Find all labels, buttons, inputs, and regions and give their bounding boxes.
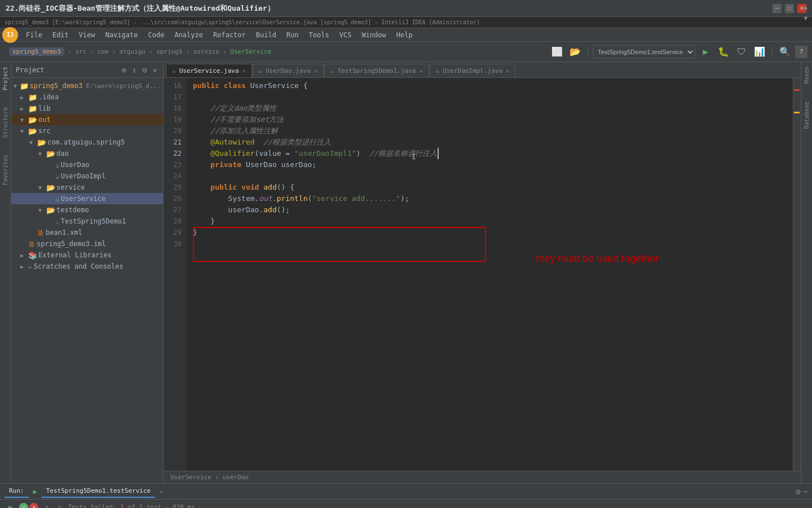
app-logo[interactable]: IJ xyxy=(2,27,18,43)
test-tab-icon: ☕ xyxy=(330,67,334,75)
tree-lib[interactable]: ▶ 📁 lib xyxy=(11,103,163,114)
menu-window[interactable]: Window xyxy=(357,30,390,40)
run-restart-button[interactable]: ▶ xyxy=(5,501,17,509)
run-tab-close[interactable]: ✕ xyxy=(160,488,163,494)
test-passed-button[interactable]: ✓ xyxy=(19,503,28,509)
code-line-28: } xyxy=(193,216,793,227)
maven-tab[interactable]: Maven xyxy=(802,64,811,86)
testdemo-folder-icon: 📂 xyxy=(46,206,55,214)
code-content[interactable]: public class UserService { //定义dao类型属性 /… xyxy=(186,78,793,471)
tree-dao[interactable]: ▼ 📂 dao xyxy=(11,148,163,159)
tree-root[interactable]: ▼ 📁 spring5_demo3 E:\work\spring5_d... xyxy=(11,80,163,91)
tree-src-label: src xyxy=(38,127,51,135)
breadcrumb-src[interactable]: src xyxy=(75,48,86,55)
tab-userdaoimpl[interactable]: ☕ UserDaoImpl.java ✕ xyxy=(430,64,516,77)
run-config-select[interactable]: TestSpring5Demo1.testService xyxy=(593,45,695,59)
code-line-21: @Autowired //根据类型进行注入 xyxy=(193,137,793,148)
menu-tools[interactable]: Tools xyxy=(304,30,334,40)
line-num-20: 20 xyxy=(164,125,182,137)
project-add-button[interactable]: ⊕ xyxy=(120,64,127,76)
project-close-button[interactable]: ✕ xyxy=(152,64,158,76)
scrollbar-right[interactable] xyxy=(793,78,801,471)
tree-testdemo[interactable]: ▼ 📂 testdemo xyxy=(11,204,163,216)
breadcrumb-userservice[interactable]: UserService xyxy=(230,48,271,55)
toolbar-sep2 xyxy=(772,46,773,58)
code-editor[interactable]: they must be used together 16 17 18 19 2… xyxy=(164,78,801,471)
structure-tab[interactable]: Structure xyxy=(1,105,10,140)
menu-run[interactable]: Run xyxy=(282,30,303,40)
userdaoimpl-tab-close[interactable]: ✕ xyxy=(506,68,509,74)
tree-src[interactable]: ▼ 📂 src xyxy=(11,125,163,137)
code-line-29: } xyxy=(193,227,793,238)
tab-userservice[interactable]: ☕ UserService.java ✕ xyxy=(166,64,252,77)
project-sync-button[interactable]: ↕ xyxy=(131,64,138,76)
debug-button[interactable]: 🐛 xyxy=(716,44,731,60)
tree-userservice[interactable]: ▶ ☕ UserService xyxy=(11,193,163,204)
tree-userdaoimpl[interactable]: ▶ ☕ UserDaoImpl xyxy=(11,170,163,182)
top-toolbar: spring5_demo3 › src › com › atguigu › sp… xyxy=(0,42,812,62)
tree-package[interactable]: ▼ 📂 com.atguigu.spring5 xyxy=(11,137,163,148)
tree-external-libs[interactable]: ▶ 📚 External Libraries xyxy=(11,249,163,261)
userdao-tab-close[interactable]: ✕ xyxy=(314,68,317,74)
tree-scratches[interactable]: ▶ ✏ Scratches and Consoles xyxy=(11,261,163,272)
menu-analyze[interactable]: Analyze xyxy=(170,30,208,40)
run-tab-icon: ▶ xyxy=(33,488,37,496)
project-tab[interactable]: Project xyxy=(1,64,10,93)
menu-code[interactable]: Code xyxy=(144,30,169,40)
breadcrumb-service[interactable]: service xyxy=(193,48,219,55)
tree-bean1xml[interactable]: ▶ 🗎 bean1.xml xyxy=(11,227,163,238)
project-tree: ▼ 📁 spring5_demo3 E:\work\spring5_d... ▶… xyxy=(11,78,163,483)
testspring5-tab-close[interactable]: ✕ xyxy=(419,68,422,74)
help-button[interactable]: ? xyxy=(795,46,807,58)
profiler-button[interactable]: 📊 xyxy=(752,44,767,60)
menu-navigate[interactable]: Navigate xyxy=(101,30,143,40)
breadcrumb-spring5[interactable]: spring5 xyxy=(156,48,182,55)
tree-iml[interactable]: ▶ 🗎 spring5_demo3.iml xyxy=(11,238,163,249)
run-button[interactable]: ▶ xyxy=(698,44,713,60)
tab-testspring5[interactable]: ☕ TestSpring5Demo1.java ✕ xyxy=(324,64,429,77)
maximize-button[interactable]: □ xyxy=(785,4,794,13)
menu-help[interactable]: Help xyxy=(392,30,417,40)
userdaoimpl-java-icon: ☕ xyxy=(55,172,60,181)
iml-icon: 🗎 xyxy=(28,240,36,248)
tree-service[interactable]: ▼ 📂 service xyxy=(11,182,163,193)
tree-bean1xml-label: bean1.xml xyxy=(46,229,82,237)
breadcrumb-atguigu[interactable]: atguigu xyxy=(120,48,145,55)
search-everywhere-button[interactable]: 🔍 xyxy=(777,44,793,60)
tree-idea[interactable]: ▶ 📁 .idea xyxy=(11,91,163,103)
sort-button[interactable]: ↕ xyxy=(41,501,53,509)
tree-userdao[interactable]: ▶ ☕ UserDao xyxy=(11,159,163,170)
idea-folder-icon: 📁 xyxy=(28,93,37,102)
favorites-tab[interactable]: Favorites xyxy=(1,152,10,187)
minimize-button[interactable]: ─ xyxy=(773,4,782,13)
breadcrumb-project[interactable]: spring5_demo3 xyxy=(9,47,64,56)
run-minimize-icon[interactable]: ─ xyxy=(803,487,807,496)
userservice-tab-close[interactable]: ✕ xyxy=(242,68,246,74)
run-settings-icon[interactable]: ⚙ xyxy=(796,487,800,496)
tree-userdaoimpl-label: UserDaoImpl xyxy=(61,172,105,180)
breadcrumb-com[interactable]: com xyxy=(97,48,108,55)
run-fail-count: 1 xyxy=(120,503,124,508)
menu-edit[interactable]: Edit xyxy=(48,30,73,40)
tree-root-path: E:\work\spring5_d... xyxy=(86,82,161,90)
run-tab-testservice[interactable]: TestSpring5Demo1.testService xyxy=(42,485,155,498)
root-folder-icon: 📁 xyxy=(20,82,29,90)
dao-folder-icon: 📂 xyxy=(46,150,55,158)
menu-view[interactable]: View xyxy=(74,30,100,40)
tab-userdao[interactable]: ☕ UserDao.java ✕ xyxy=(253,64,324,77)
test-failed-button[interactable]: ✗ xyxy=(29,503,38,509)
menu-refactor[interactable]: Refactor xyxy=(209,30,250,40)
toolbar-back-button[interactable]: ⬜ xyxy=(549,44,565,60)
coverage-button[interactable]: 🛡 xyxy=(734,44,749,60)
database-tab[interactable]: Database xyxy=(802,99,811,131)
tree-testspring5demo1[interactable]: ▶ ☕ TestSpring5Demo1 xyxy=(11,216,163,227)
tree-out[interactable]: ▼ 📂 out xyxy=(11,114,163,125)
run-tab-label[interactable]: Run: xyxy=(5,485,29,498)
menu-build[interactable]: Build xyxy=(251,30,281,40)
toolbar-forward-button[interactable]: 📂 xyxy=(567,44,583,60)
menu-file[interactable]: File xyxy=(21,30,47,40)
project-gear-button[interactable]: ⚙ xyxy=(141,64,148,76)
menu-vcs[interactable]: VCS xyxy=(335,30,356,40)
app-title: 22.尚硅谷_IOC容器-Bean管理注解方式（注入属性@Autowired和Q… xyxy=(6,3,275,14)
project-panel-title: Project xyxy=(16,66,117,74)
